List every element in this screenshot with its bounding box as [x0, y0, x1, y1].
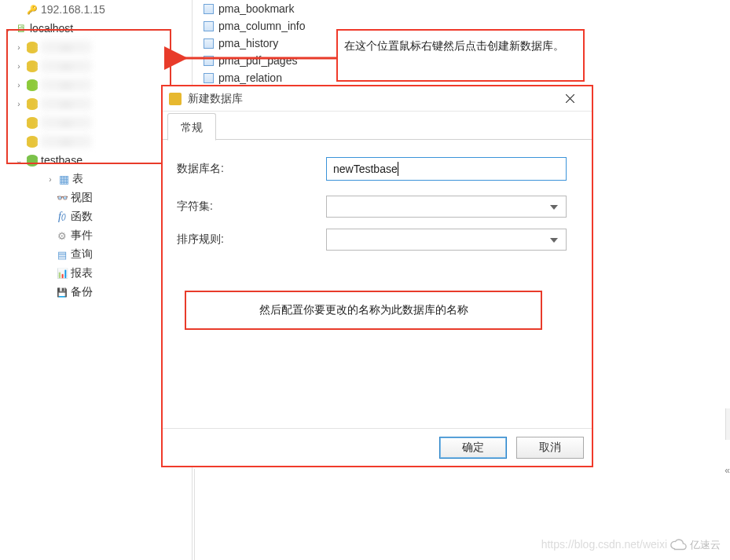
- query-icon: [55, 247, 69, 262]
- button-label: 确定: [462, 441, 484, 453]
- new-database-dialog: 新建数据库 常规 数据库名: newTestbase 字符集: 排序规则: 然后…: [161, 85, 593, 467]
- connection-label: 192.168.1.15: [41, 3, 105, 16]
- table-item-icon: [204, 4, 214, 14]
- table-item-icon: [204, 38, 214, 49]
- list-item-label: pma_bookmark: [218, 2, 295, 15]
- queries-label: 查询: [71, 247, 93, 262]
- cancel-button[interactable]: 取消: [516, 437, 584, 459]
- table-item-icon: [204, 21, 214, 31]
- dialog-title: 新建数据库: [188, 92, 552, 106]
- list-item-label: pma_pdf_pages: [218, 54, 297, 67]
- function-icon: f(): [55, 210, 69, 224]
- list-item[interactable]: pma_bookmark: [194, 0, 508, 17]
- dbname-value: newTestbase: [333, 163, 398, 175]
- annotation-highlight-box: [6, 29, 171, 164]
- dialog-footer: 确定 取消: [163, 428, 592, 466]
- annotation-callout-1: 在这个位置鼠标右键然后点击创建新数据库。: [336, 29, 585, 82]
- report-icon: [55, 266, 69, 280]
- collation-select[interactable]: [326, 229, 567, 251]
- tab-general[interactable]: 常规: [167, 113, 216, 141]
- list-item-label: pma_column_info: [218, 20, 306, 32]
- dialog-titlebar[interactable]: 新建数据库: [163, 86, 592, 112]
- key-icon: [25, 2, 39, 16]
- list-item-label: pma_history: [218, 37, 278, 49]
- close-icon: [566, 94, 574, 103]
- table-item-icon: [204, 73, 214, 83]
- table-icon: [57, 172, 71, 186]
- cloud-icon: [669, 538, 687, 552]
- dbname-input[interactable]: newTestbase: [326, 157, 567, 181]
- watermark-url: https://blog.csdn.net/weixi: [541, 538, 667, 551]
- label-dbname: 数据库名:: [177, 162, 326, 176]
- event-icon: [55, 229, 69, 243]
- dialog-form: 数据库名: newTestbase 字符集: 排序规则:: [177, 157, 567, 265]
- events-label: 事件: [71, 229, 93, 243]
- edge-mark: «: [724, 465, 730, 476]
- expand-arrow-icon: ›: [46, 175, 55, 184]
- views-label: 视图: [71, 191, 93, 205]
- dialog-tabs: 常规: [163, 112, 592, 140]
- backups-label: 备份: [71, 285, 93, 299]
- charset-select[interactable]: [326, 196, 567, 218]
- button-label: 取消: [539, 441, 561, 453]
- tab-label: 常规: [181, 121, 203, 134]
- panel-divider: [194, 469, 195, 560]
- reports-label: 报表: [71, 266, 93, 280]
- close-button[interactable]: [552, 87, 587, 111]
- tables-label: 表: [72, 172, 83, 186]
- callout-text: 在这个位置鼠标右键然后点击创建新数据库。: [344, 39, 564, 52]
- ok-button[interactable]: 确定: [439, 437, 507, 459]
- view-icon: [55, 191, 69, 205]
- list-item-label: pma_relation: [218, 71, 282, 84]
- tree-connection[interactable]: ▶ 192.168.1.15: [0, 0, 192, 19]
- functions-label: 函数: [71, 210, 93, 224]
- backup-icon: [55, 285, 69, 299]
- callout-text: 然后配置你要更改的名称为此数据库的名称: [259, 303, 468, 317]
- text-caret: [398, 162, 398, 176]
- annotation-callout-2: 然后配置你要更改的名称为此数据库的名称: [185, 291, 542, 330]
- label-charset: 字符集:: [177, 199, 326, 214]
- dialog-icon: [169, 93, 182, 105]
- scrollbar-fragment[interactable]: [725, 408, 730, 440]
- label-collation: 排序规则:: [177, 232, 326, 247]
- brand-text: 亿速云: [690, 538, 721, 552]
- table-item-icon: [204, 56, 214, 66]
- watermark-brand: 亿速云: [669, 538, 721, 552]
